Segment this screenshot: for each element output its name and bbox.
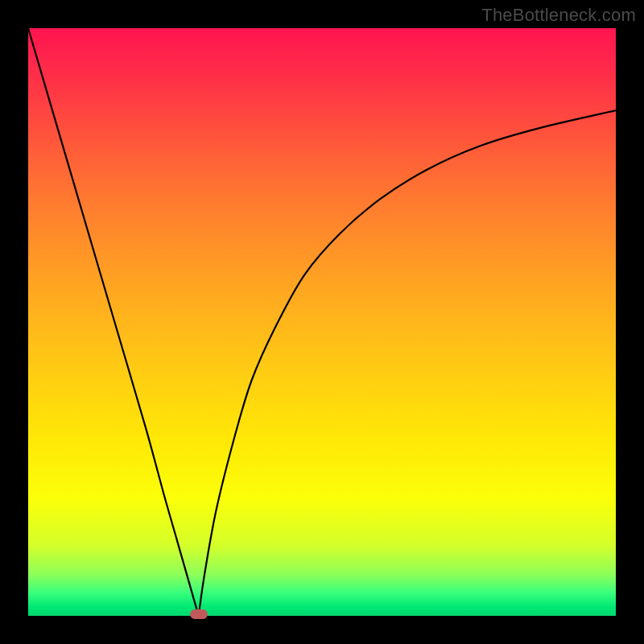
chart-frame: TheBottleneck.com: [0, 0, 644, 644]
plot-area: [28, 28, 616, 616]
curve-svg: [28, 28, 616, 616]
bottleneck-curve: [28, 28, 616, 616]
minimum-marker: [190, 609, 208, 619]
watermark-text: TheBottleneck.com: [481, 5, 636, 26]
